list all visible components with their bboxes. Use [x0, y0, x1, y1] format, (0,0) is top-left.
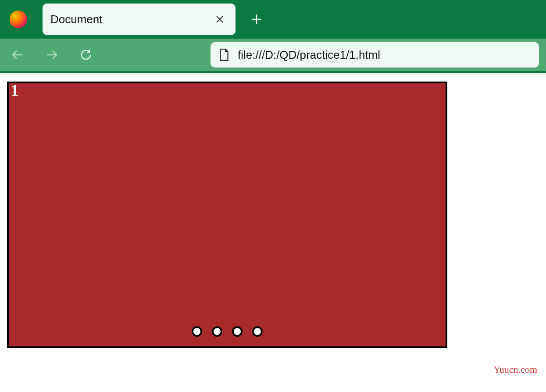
carousel: 1 — [7, 82, 447, 348]
address-bar[interactable]: file:///D:/QD/practice1/1.html — [211, 42, 539, 68]
plus-icon — [251, 14, 262, 25]
arrow-left-icon — [11, 48, 24, 61]
firefox-logo-icon — [10, 11, 27, 28]
browser-tab-strip: Document — [0, 0, 546, 39]
page-content: 1 — [0, 73, 546, 357]
new-tab-button[interactable] — [248, 11, 265, 28]
tab-title: Document — [50, 13, 103, 26]
back-button[interactable] — [7, 44, 28, 65]
active-tab[interactable]: Document — [43, 4, 236, 35]
watermark-text: Yuucn.com — [493, 364, 537, 375]
forward-button[interactable] — [41, 44, 62, 65]
carousel-dot-3[interactable] — [232, 326, 243, 337]
tab-separator — [37, 0, 37, 39]
tab-close-button[interactable] — [212, 11, 228, 27]
file-icon — [218, 48, 230, 61]
url-text: file:///D:/QD/practice1/1.html — [238, 48, 380, 62]
reload-button[interactable] — [75, 44, 96, 65]
carousel-dots — [192, 326, 263, 337]
carousel-dot-2[interactable] — [212, 326, 222, 337]
browser-toolbar: file:///D:/QD/practice1/1.html — [0, 39, 546, 73]
slide-number: 1 — [11, 81, 19, 100]
carousel-dot-4[interactable] — [252, 326, 263, 337]
close-icon — [215, 15, 224, 24]
carousel-dot-1[interactable] — [192, 326, 202, 337]
reload-icon — [79, 48, 93, 61]
arrow-right-icon — [45, 48, 58, 61]
